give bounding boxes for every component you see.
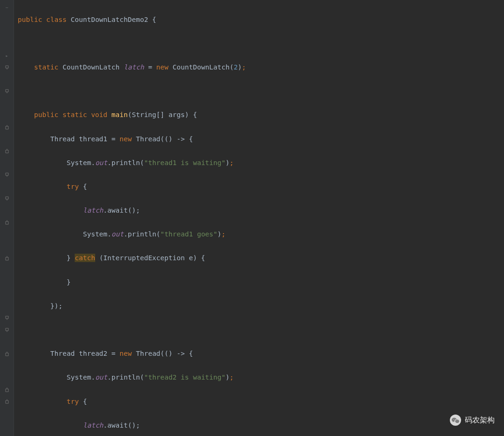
- code-line: });: [18, 300, 504, 312]
- gutter-mark: [0, 133, 14, 145]
- string-literal: "thread1 goes": [161, 230, 217, 238]
- keyword-public-class: public class: [18, 16, 67, 23]
- gutter-mark: [0, 228, 14, 241]
- gutter-fold-icon[interactable]: [0, 252, 14, 264]
- gutter-mark: [0, 38, 14, 50]
- gutter-mark: ▸: [0, 49, 14, 62]
- code-line: System.out.println("thread1 is waiting")…: [18, 157, 504, 169]
- gutter-fold-icon[interactable]: [0, 193, 14, 205]
- code-line: System.out.println("thread2 is waiting")…: [18, 372, 504, 384]
- gutter-mark: [0, 181, 14, 193]
- gutter-mark: [0, 14, 14, 26]
- gutter-mark: [0, 264, 14, 277]
- gutter-mark: [0, 26, 14, 38]
- gutter-mark: [0, 277, 14, 289]
- keyword-catch-highlighted: catch: [75, 254, 95, 262]
- gutter-fold-icon[interactable]: [0, 85, 14, 97]
- gutter-fold-icon[interactable]: [0, 145, 14, 157]
- gutter-fold-icon[interactable]: [0, 217, 14, 229]
- code-line: latch.await();: [18, 205, 504, 217]
- gutter-fold-icon[interactable]: [0, 169, 14, 181]
- code-line: } catch (InterruptedException e) {: [18, 252, 504, 264]
- method-main: main: [112, 111, 128, 118]
- string-literal: "thread1 is waiting": [144, 159, 226, 166]
- gutter-fold-icon[interactable]: [0, 324, 14, 336]
- wechat-icon: [450, 415, 461, 426]
- code-line: Thread thread1 = new Thread(() -> {: [18, 133, 504, 145]
- code-line: public static void main(String[] args) {: [18, 109, 504, 121]
- gutter-mark: [0, 336, 14, 348]
- code-line: Thread thread2 = new Thread(() -> {: [18, 348, 504, 360]
- gutter-mark: [0, 241, 14, 253]
- code-line: System.out.println("thread1 goes");: [18, 228, 504, 241]
- gutter-mark: [0, 372, 14, 384]
- code-line: [18, 85, 504, 97]
- gutter-fold-icon[interactable]: [0, 62, 14, 74]
- gutter-mark: [0, 288, 14, 300]
- gutter-mark: [0, 420, 14, 432]
- literal-2: 2: [234, 63, 238, 71]
- code-line: }: [18, 277, 504, 289]
- code-line: static CountDownLatch latch = new CountD…: [18, 62, 504, 74]
- gutter-mark: [0, 157, 14, 169]
- code-line: public class CountDownLatchDemo2 {: [18, 14, 504, 26]
- gutter-mark: [0, 74, 14, 86]
- watermark-text: 码农架构: [465, 415, 495, 425]
- code-line: [18, 324, 504, 336]
- field-latch: latch: [124, 63, 144, 71]
- code-line: latch.await();: [18, 420, 504, 432]
- gutter-fold-icon[interactable]: [0, 348, 14, 360]
- gutter-fold-icon[interactable]: [0, 312, 14, 324]
- watermark: 码农架构: [450, 415, 495, 426]
- gutter-fold-icon[interactable]: [0, 396, 14, 408]
- code-line: try {: [18, 181, 504, 193]
- gutter-mark: [0, 300, 14, 312]
- gutter-fold-icon[interactable]: [0, 121, 14, 133]
- gutter-mark: [0, 97, 14, 110]
- gutter-mark: [0, 408, 14, 420]
- gutter-fold-icon[interactable]: [0, 384, 14, 396]
- gutter-mark: [0, 109, 14, 121]
- gutter-mark: −: [0, 2, 14, 14]
- class-name: CountDownLatchDemo2: [71, 16, 148, 23]
- editor-gutter: − ▸: [0, 0, 14, 436]
- code-line: [18, 38, 504, 50]
- string-literal: "thread2 is waiting": [144, 374, 226, 381]
- code-line: try {: [18, 396, 504, 408]
- gutter-mark: [0, 205, 14, 217]
- code-editor[interactable]: public class CountDownLatchDemo2 { stati…: [14, 0, 504, 436]
- gutter-mark: [0, 360, 14, 372]
